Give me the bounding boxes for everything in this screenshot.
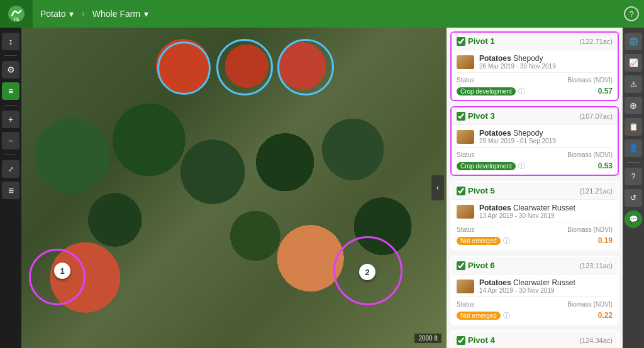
map-label-2: 2 <box>359 264 375 280</box>
right-icons-toolbar: 🌐 📈 ⚠ ⊕ 📋 👤 ? ↺ 💬 <box>623 28 644 348</box>
right-toolbar-separator <box>627 162 640 163</box>
pivot-3-info-icon[interactable]: ⓘ <box>518 162 525 170</box>
map-pivot-blue-1[interactable] <box>157 41 211 95</box>
pivot-3-name: Pivot 3 <box>468 111 495 121</box>
pivot-3-body: Potatoes Shepody 29 Mar 2019 - 01 Sep 20… <box>452 125 618 175</box>
pivot-6-checkbox[interactable] <box>457 261 465 270</box>
pivot-6-body: Potatoes Clearwater Russet 14 Apr 2019 -… <box>452 275 618 324</box>
pivot-3-crop-row: Potatoes Shepody 29 Mar 2019 - 01 Sep 20… <box>457 129 613 144</box>
pivot-5-ndvi-val: 0.19 <box>535 234 613 246</box>
pivot-1-crop-name: Potatoes Shepody <box>479 54 556 63</box>
zoom-out-tool[interactable]: − <box>2 132 19 150</box>
pivot-1-body: Potatoes Shepody 26 Mar 2019 - 30 Nov 20… <box>452 50 618 100</box>
scale-bar: 2000 ft <box>414 334 441 343</box>
pivot-3-status-header: Status <box>457 150 535 160</box>
pivot-3-stats: Status Biomass (NDVI) Crop development ⓘ… <box>457 147 613 171</box>
pivot-3-crop-info: Potatoes Shepody 29 Mar 2019 - 01 Sep 20… <box>479 129 556 144</box>
pivot-6-info-icon[interactable]: ⓘ <box>503 312 510 319</box>
pivot-6-ndvi: 0.22 <box>598 311 613 320</box>
pivot-card-1-header: Pivot 1 (122.71ac) <box>452 33 618 50</box>
pivot-5-crop-icon <box>457 205 474 219</box>
globe-icon-btn[interactable]: 🌐 <box>625 33 642 50</box>
pivot-1-stats: Status Biomass (NDVI) Crop development ⓘ… <box>457 72 613 96</box>
panel-collapse-button[interactable]: ‹ <box>431 175 444 200</box>
pivot-5-status-val: Not emerged ⓘ <box>457 234 535 246</box>
pivot-1-checkbox[interactable] <box>457 37 465 46</box>
crop-chevron: ▾ <box>69 9 74 19</box>
pivot-6-crop-icon <box>457 280 474 293</box>
refresh-icon-btn[interactable]: ↺ <box>625 189 642 207</box>
user-icon-btn[interactable]: 👤 <box>625 139 642 157</box>
pivot-card-5-header: Pivot 5 (121.21ac) <box>452 182 618 200</box>
map-area[interactable]: 1 2 2000 ft ‹ <box>21 28 447 348</box>
svg-text:FS: FS <box>14 17 19 21</box>
pivot-6-stats: Status Biomass (NDVI) Not emerged ⓘ 0.22 <box>457 296 613 320</box>
pivot-5-checkbox[interactable] <box>457 187 465 195</box>
layers2-tool[interactable]: ⊞ <box>2 182 19 199</box>
pivot-4-checkbox[interactable] <box>457 336 465 345</box>
pivot-card-3-header: Pivot 3 (107.07ac) <box>452 107 618 125</box>
clipboard-icon-btn[interactable]: 📋 <box>625 118 642 136</box>
map-pivot-blue-3[interactable] <box>277 39 334 95</box>
pivot-6-status-badge: Not emerged <box>457 312 501 320</box>
pivot-3-status-val: Crop development ⓘ <box>457 160 535 171</box>
help-icon-btn[interactable]: ? <box>625 168 642 185</box>
pivot-5-area: (121.21ac) <box>579 187 613 195</box>
farm-chevron: ▾ <box>144 9 148 19</box>
right-panel: ✈ 22 May 2019 ▾ NDVI ▾ > Pivot 1 (122.71… <box>447 0 644 348</box>
pivot-1-crop-icon <box>457 55 474 69</box>
map-pivot-blue-2[interactable] <box>216 39 273 95</box>
pivot-1-ndvi: 0.57 <box>598 87 613 95</box>
pivot-4-name: Pivot 4 <box>468 335 495 345</box>
pivot-1-info-icon[interactable]: ⓘ <box>518 87 525 95</box>
pivot-5-ndvi: 0.19 <box>598 236 613 245</box>
pivot-6-status-header: Status <box>457 300 535 309</box>
pivot-3-area: (107.07ac) <box>579 112 613 120</box>
pivot-6-ndvi-val: 0.22 <box>535 309 613 320</box>
toolbar-separator3 <box>4 155 17 155</box>
pivot-1-biomass-header: Biomass (NDVI) <box>535 75 613 85</box>
add-icon-btn[interactable]: ⊕ <box>625 97 642 114</box>
nav-tool[interactable]: ↕ <box>2 33 19 50</box>
pivot-3-ndvi: 0.53 <box>598 161 613 170</box>
pivot-5-dates: 13 Apr 2019 - 30 Nov 2019 <box>479 212 575 219</box>
toolbar-separator2 <box>4 105 17 106</box>
pivot-5-name: Pivot 5 <box>468 186 495 195</box>
pivot-6-name: Pivot 6 <box>468 261 495 270</box>
pivot-6-crop-row: Potatoes Clearwater Russet 14 Apr 2019 -… <box>457 278 613 294</box>
pivot-card-6-header: Pivot 6 (123.11ac) <box>452 257 618 275</box>
settings-tool[interactable]: ⚙ <box>2 61 19 79</box>
crop-selector[interactable]: Potato ▾ <box>33 9 81 19</box>
pivot-card-6[interactable]: Pivot 6 (123.11ac) Potatoes Clearwater R… <box>450 256 619 325</box>
pivot-5-crop-row: Potatoes Clearwater Russet 13 Apr 2019 -… <box>457 204 613 219</box>
pivot-card-3[interactable]: Pivot 3 (107.07ac) Potatoes Shepody 29 M… <box>450 106 619 176</box>
zoom-in-tool[interactable]: + <box>2 111 19 128</box>
pivot-5-status-badge: Not emerged <box>457 237 501 245</box>
chart-icon-btn[interactable]: 📈 <box>625 54 642 72</box>
farm-label: Whole Farm <box>92 9 140 19</box>
expand-tool[interactable]: ⤢ <box>2 160 19 178</box>
help-button[interactable]: ? <box>624 6 639 21</box>
layers-tool[interactable]: ≡ <box>2 82 19 100</box>
pivot-1-ndvi-val: 0.57 <box>535 85 613 96</box>
pivot-5-info-icon[interactable]: ⓘ <box>503 237 510 244</box>
pivot-card-5[interactable]: Pivot 5 (121.21ac) Potatoes Clearwater R… <box>450 181 619 251</box>
pivot-card-4[interactable]: Pivot 4 (124.34ac) Potatoes Clearwater R… <box>450 330 619 348</box>
pivot-1-crop-row: Potatoes Shepody 26 Mar 2019 - 30 Nov 20… <box>457 54 613 70</box>
pivot-5-stats: Status Biomass (NDVI) Not emerged ⓘ 0.19 <box>457 222 613 246</box>
pivot-card-1[interactable]: Pivot 1 (122.71ac) Potatoes Shepody 26 M… <box>450 31 619 101</box>
pivot-5-body: Potatoes Clearwater Russet 13 Apr 2019 -… <box>452 200 618 249</box>
alert-icon-btn[interactable]: ⚠ <box>625 75 642 93</box>
pivot-3-status-badge: Crop development <box>457 162 516 170</box>
pivot-3-crop-icon <box>457 130 474 144</box>
pivot-3-checkbox[interactable] <box>457 112 465 121</box>
pivot-3-dates: 29 Mar 2019 - 01 Sep 2019 <box>479 138 556 144</box>
pivot-5-status-header: Status <box>457 225 535 234</box>
pivot-1-dates: 26 Mar 2019 - 30 Nov 2019 <box>479 63 556 70</box>
farm-selector[interactable]: Whole Farm ▾ <box>85 9 156 19</box>
pivot-card-4-header: Pivot 4 (124.34ac) <box>452 332 618 348</box>
pivot-1-name: Pivot 1 <box>468 36 495 46</box>
chat-icon-btn[interactable]: 💬 <box>625 210 642 228</box>
pivot-1-status-val: Crop development ⓘ <box>457 85 535 96</box>
pivot-list[interactable]: Pivot 1 (122.71ac) Potatoes Shepody 26 M… <box>447 28 644 348</box>
